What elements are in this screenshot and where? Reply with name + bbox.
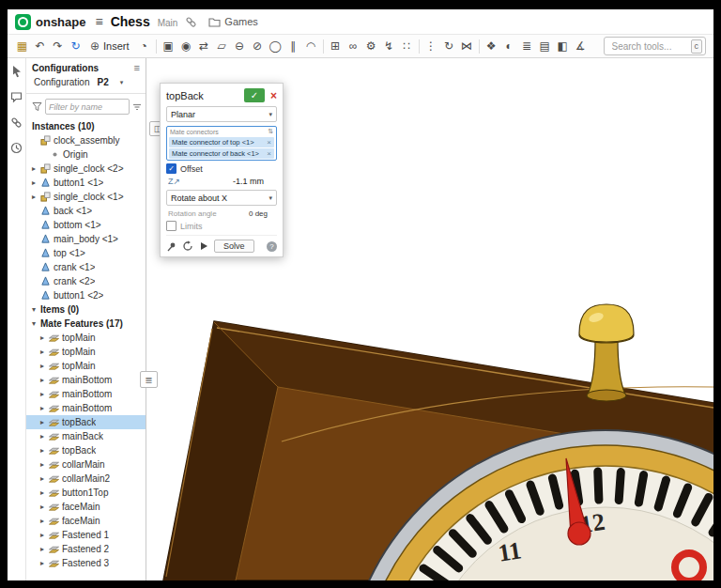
mate-connector-icon[interactable]: ◔ xyxy=(135,37,153,55)
expand-arrow-icon[interactable]: ▸ xyxy=(30,193,38,201)
expand-arrow-icon[interactable]: ▸ xyxy=(30,178,38,187)
list-flyout-button[interactable]: ≣ xyxy=(140,371,158,388)
expand-arrow-icon[interactable]: ▸ xyxy=(38,460,46,469)
share-link-icon[interactable] xyxy=(185,16,197,28)
mate-relation-icon[interactable]: ∞ xyxy=(345,37,362,55)
tree-item-fastened-2[interactable]: ▸Fastened 2 xyxy=(26,542,146,556)
limits-checkbox[interactable] xyxy=(166,221,176,231)
onshape-logo[interactable]: onshape xyxy=(15,14,85,30)
tree-item-mainbottom[interactable]: ▸mainBottom xyxy=(26,401,146,415)
ball-mate-icon[interactable]: ◯ xyxy=(267,37,284,55)
display-states-icon[interactable]: ◐ xyxy=(500,37,518,55)
expand-arrow-icon[interactable]: ▸ xyxy=(38,418,46,426)
assembly-doc-icon[interactable]: ▦ xyxy=(13,37,31,55)
pin-slot-mate-icon[interactable]: ⊘ xyxy=(249,37,267,55)
tree-item-topback[interactable]: ▸topBack xyxy=(26,415,146,429)
rotation-angle-value[interactable]: 0 deg xyxy=(249,209,268,218)
mate-connector-item[interactable]: Mate connector of back <1> × xyxy=(169,148,274,159)
undo-icon[interactable]: ↶ xyxy=(31,37,49,55)
offset-checkbox-row[interactable]: ✓ Offset xyxy=(166,163,277,174)
expand-arrow-icon[interactable]: ▸ xyxy=(38,559,46,567)
tangent-mate-icon[interactable]: ◠ xyxy=(302,37,320,55)
revolute-mate-icon[interactable]: ◉ xyxy=(177,37,195,55)
section-view-icon[interactable]: ◧ xyxy=(554,37,572,55)
offset-value-input[interactable]: -1.1 mm xyxy=(233,177,264,186)
tree-item-mainback[interactable]: ▸mainBack xyxy=(26,429,146,443)
gear-relation-icon[interactable]: ⚙ xyxy=(362,37,380,55)
linear-pattern-icon[interactable]: ⋮ xyxy=(422,37,440,55)
circular-pattern-icon[interactable]: ↻ xyxy=(440,37,458,55)
tree-item-topmain[interactable]: ▸topMain xyxy=(26,359,146,373)
tree-item-topback[interactable]: ▸topBack xyxy=(26,443,146,457)
tree-item-facemain[interactable]: ▸faceMain xyxy=(26,500,146,514)
tree-item-button1top[interactable]: ▸button1Top xyxy=(26,486,146,500)
tree-item-top-1-[interactable]: top <1> xyxy=(26,246,146,260)
link-icon[interactable] xyxy=(10,116,23,132)
pin-icon[interactable] xyxy=(166,241,176,252)
mate-type-select[interactable]: Planar ▾ xyxy=(166,106,277,122)
planar-mate-icon[interactable]: ▱ xyxy=(213,37,231,55)
remove-connector-icon[interactable]: × xyxy=(267,138,271,147)
tree-item-mainbottom[interactable]: ▸mainBottom xyxy=(26,373,146,387)
tree-item-single-clock-2-[interactable]: ▸single_clock <2> xyxy=(26,162,146,176)
offset-axis-icon[interactable]: Z↗ xyxy=(168,177,180,186)
expand-arrow-icon[interactable]: ▸ xyxy=(38,348,46,356)
play-icon[interactable] xyxy=(199,241,208,251)
mirror-icon[interactable]: ⋈ xyxy=(458,37,476,55)
expand-arrow-icon[interactable]: ▸ xyxy=(38,545,46,553)
items-section-row[interactable]: ▾ Items (0) xyxy=(26,302,146,317)
expand-arrow-icon[interactable]: ▸ xyxy=(38,503,46,511)
rotate-axis-select[interactable]: Rotate about X ▾ xyxy=(166,190,277,206)
expand-arrow-icon[interactable]: ▸ xyxy=(38,404,46,412)
tree-item-fastened-3[interactable]: ▸Fastened 3 xyxy=(26,556,146,570)
sync-icon[interactable]: ↻ xyxy=(67,37,84,55)
animate-mate-icon[interactable] xyxy=(182,240,193,252)
tree-item-topmain[interactable]: ▸topMain xyxy=(26,345,146,359)
tree-item-single-clock-1-[interactable]: ▸single_clock <1> xyxy=(26,190,146,204)
configuration-row[interactable]: Configuration P2 ▾ xyxy=(26,75,146,94)
tree-item-crank-1-[interactable]: crank <1> xyxy=(26,260,146,274)
offset-checkbox[interactable]: ✓ xyxy=(166,163,176,174)
filter-input[interactable] xyxy=(45,99,130,115)
group-icon[interactable]: ⊞ xyxy=(327,37,345,55)
slider-mate-icon[interactable]: ⇄ xyxy=(195,37,213,55)
accept-button[interactable]: ✓ xyxy=(244,88,265,102)
fastened-mate-icon[interactable]: ▣ xyxy=(160,37,177,55)
cancel-button[interactable]: × xyxy=(270,89,277,102)
expand-arrow-icon[interactable]: ▸ xyxy=(38,390,46,398)
tree-item-facemain[interactable]: ▸faceMain xyxy=(26,514,146,528)
expand-arrow-icon[interactable]: ▸ xyxy=(30,164,38,173)
reorder-icon[interactable]: ⇅ xyxy=(268,128,273,135)
tree-item-button1-2-[interactable]: button1 <2> xyxy=(26,288,146,302)
tree-item-fastened-1[interactable]: ▸Fastened 1 xyxy=(26,528,146,542)
tree-item-main-body-1-[interactable]: main_body <1> xyxy=(26,232,146,246)
redo-icon[interactable]: ↷ xyxy=(49,37,67,55)
rack-pinion-icon[interactable]: ∷ xyxy=(398,37,416,55)
tree-item-topmain[interactable]: ▸topMain xyxy=(26,331,146,345)
bom-icon[interactable]: ▤ xyxy=(536,37,554,55)
expand-arrow-icon[interactable]: ▸ xyxy=(38,362,46,370)
mate-features-section-row[interactable]: ▾ Mate Features (17) xyxy=(26,317,146,331)
solve-button[interactable]: Solve xyxy=(214,240,254,253)
measure-icon[interactable]: ∡ xyxy=(572,37,590,55)
expand-arrow-icon[interactable]: ▸ xyxy=(38,446,46,455)
main-menu-icon[interactable]: ≡ xyxy=(95,14,102,29)
tree-item-mainbottom[interactable]: ▸mainBottom xyxy=(26,387,146,401)
configurations-menu-icon[interactable]: ≡ xyxy=(134,62,140,73)
tree-item-collarmain2[interactable]: ▸collarMain2 xyxy=(26,472,146,486)
expand-arrow-icon[interactable]: ▸ xyxy=(38,376,46,384)
tree-item-button1-1-[interactable]: ▸button1 <1> xyxy=(26,176,146,190)
screw-relation-icon[interactable]: ↯ xyxy=(380,37,398,55)
tree-item-clock-assembly[interactable]: clock_assembly xyxy=(26,133,146,147)
parallel-mate-icon[interactable]: ∥ xyxy=(284,37,302,55)
filter-options-icon[interactable] xyxy=(132,102,142,112)
help-icon[interactable]: ? xyxy=(267,241,277,252)
cylindrical-mate-icon[interactable]: ⊖ xyxy=(231,37,249,55)
remove-connector-icon[interactable]: × xyxy=(267,149,271,158)
expand-arrow-icon[interactable]: ▸ xyxy=(38,333,46,342)
tree-item-collarmain[interactable]: ▸collarMain xyxy=(26,457,146,472)
search-tools-input[interactable] xyxy=(610,40,687,53)
instances-header[interactable]: Instances (10) xyxy=(26,118,146,133)
expand-arrow-icon[interactable]: ▸ xyxy=(38,517,46,525)
history-icon[interactable] xyxy=(10,141,23,158)
